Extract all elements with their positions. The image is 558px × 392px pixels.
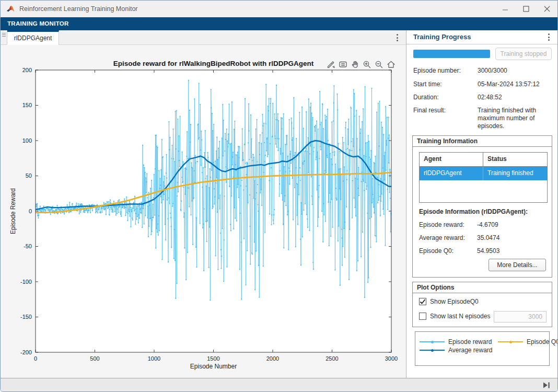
episode-number-value: 3000/3000: [478, 67, 554, 75]
svg-text:1500: 1500: [207, 355, 219, 362]
svg-text:Episode Number: Episode Number: [190, 363, 237, 370]
average-reward-value: 35.0474: [477, 234, 499, 241]
maximize-icon: [523, 6, 529, 12]
svg-text:0: 0: [34, 355, 37, 362]
datatips-button[interactable]: [338, 59, 348, 70]
agent-column-header: Agent: [420, 153, 483, 166]
svg-text:50: 50: [26, 172, 32, 179]
export-icon: [326, 60, 336, 70]
n-episodes-input[interactable]: [494, 311, 547, 322]
table-row[interactable]: rlDDPGAgent Training finished: [420, 167, 547, 180]
chart-legend: Episode reward Average reward Episode Q0: [415, 331, 550, 366]
title-bar: Reinforcement Learning Training Monitor: [1, 1, 557, 17]
svg-text:1000: 1000: [148, 355, 160, 362]
svg-text:3000: 3000: [385, 355, 398, 362]
document-overflow-menu-button[interactable]: [392, 32, 402, 43]
show-episodeq0-row: Show EpisodeQ0: [419, 298, 479, 305]
restore-view-button[interactable]: [386, 59, 396, 70]
show-last-n-checkbox[interactable]: [419, 313, 426, 320]
plot-options-group: Plot Options Show EpisodeQ0 Show last N …: [412, 282, 552, 327]
agent-cell: rlDDPGAgent: [420, 167, 483, 180]
maximize-button[interactable]: [516, 1, 537, 17]
legend-label: Episode Q0: [527, 338, 558, 345]
start-time-label: Start time:: [413, 80, 442, 88]
minimize-button[interactable]: [495, 1, 516, 17]
panel-menu-button[interactable]: [544, 31, 553, 43]
svg-text:-100: -100: [20, 279, 32, 285]
svg-text:Episode Reward: Episode Reward: [9, 188, 17, 234]
zoom-in-icon: [362, 60, 372, 70]
figure-svg: 050010001500200025003000-200-150-100-500…: [1, 45, 406, 378]
legend-label: Episode reward: [448, 338, 492, 345]
toolstrip: TRAINING MONITOR: [1, 17, 557, 30]
episode-q0-value: 54.9503: [477, 247, 499, 255]
datatips-icon: [338, 60, 348, 70]
toolstrip-tab-training-monitor[interactable]: TRAINING MONITOR: [7, 17, 69, 30]
progress-bar: [413, 50, 490, 58]
episode-number-label: Episode number:: [413, 67, 461, 74]
svg-text:100: 100: [22, 137, 32, 144]
status-column-header: Status: [483, 153, 547, 166]
episode-reward-label: Episode reward:: [419, 221, 464, 228]
window-title: Reinforcement Learning Training Monitor: [19, 1, 138, 17]
pan-button[interactable]: [350, 59, 360, 70]
episode-reward-value: -4.6709: [477, 221, 498, 228]
more-details-button[interactable]: More Details...: [489, 259, 546, 271]
duration-value: 02:48:52: [478, 94, 554, 101]
collapse-panel-button[interactable]: [542, 381, 551, 389]
close-button[interactable]: [537, 1, 557, 17]
svg-text:-50: -50: [24, 243, 32, 249]
average-reward-marker: [420, 350, 445, 351]
home-icon: [386, 60, 396, 70]
duration-label: Duration:: [413, 94, 439, 101]
episode-q0-marker: [498, 341, 523, 342]
plot-options-header: Plot Options: [413, 282, 552, 293]
pan-icon: [350, 60, 360, 70]
svg-text:200: 200: [22, 67, 32, 73]
status-cell: Training finished: [483, 167, 547, 180]
status-bar: [1, 378, 557, 391]
svg-text:0: 0: [29, 208, 32, 214]
final-result-value: Training finished with maximum number of…: [478, 107, 554, 130]
zoom-in-button[interactable]: [362, 59, 372, 70]
zoom-out-button[interactable]: [374, 59, 384, 70]
episode-q0-label: Episode Q0:: [419, 247, 454, 255]
episode-reward-marker: [420, 341, 445, 342]
show-last-n-label: Show last N episodes: [430, 313, 490, 320]
training-information-group: Training Information Agent Status rlDDPG…: [412, 135, 552, 278]
chart-canvas[interactable]: 050010001500200025003000-200-150-100-500…: [1, 45, 406, 378]
training-stopped-button[interactable]: Training stopped: [495, 48, 552, 60]
start-time-value: 05-Mar-2024 13:57:12: [478, 80, 554, 88]
show-episodeq0-checkbox[interactable]: [419, 298, 426, 305]
axes-toolbar: [326, 59, 396, 70]
matlab-logo-icon: [6, 5, 15, 14]
episode-info-header: Episode Information (rlDDPGAgent):: [419, 208, 528, 215]
svg-text:500: 500: [90, 355, 99, 362]
panel-header: Training Progress: [406, 30, 557, 44]
legend-entry-episode-reward: Episode reward: [420, 338, 492, 345]
document-tab-rlddpgagent[interactable]: rlDDPGAgent: [7, 30, 59, 45]
legend-entry-average-reward: Average reward: [420, 347, 493, 354]
export-button[interactable]: [326, 59, 336, 70]
show-episodeq0-label: Show EpisodeQ0: [430, 298, 479, 305]
zoom-out-icon: [374, 60, 384, 70]
training-information-header: Training Information: [413, 136, 552, 147]
tab-drag-handle[interactable]: [1, 30, 7, 45]
agent-status-table: Agent Status rlDDPGAgent Training finish…: [419, 152, 548, 203]
average-reward-label: Average reward:: [419, 234, 465, 241]
close-icon: [544, 6, 550, 12]
svg-text:-150: -150: [20, 314, 32, 320]
show-last-n-row: Show last N episodes: [419, 313, 490, 320]
panel-title: Training Progress: [413, 30, 471, 44]
window-controls: [495, 1, 557, 17]
training-progress-panel: Training Progress Training stopped Episo…: [406, 30, 557, 378]
app-window: Reinforcement Learning Training Monitor …: [0, 0, 558, 392]
svg-text:Episode reward for rlWalkingBi: Episode reward for rlWalkingBipedRobot w…: [113, 60, 314, 67]
legend-entry-episode-q0: Episode Q0: [498, 338, 558, 345]
legend-label: Average reward: [448, 347, 493, 354]
play-to-end-icon: [543, 383, 548, 388]
svg-text:-200: -200: [20, 349, 32, 355]
check-icon: [420, 298, 426, 305]
svg-text:2500: 2500: [326, 355, 338, 362]
document-tab-bar: rlDDPGAgent: [1, 30, 406, 45]
